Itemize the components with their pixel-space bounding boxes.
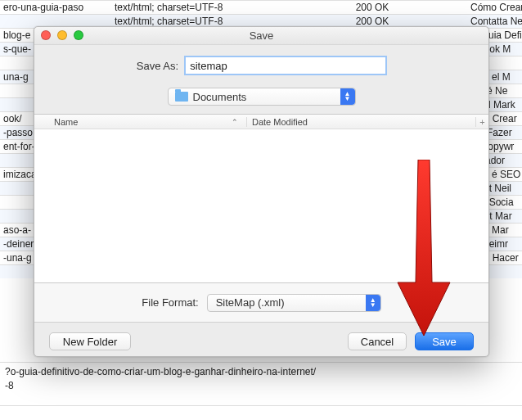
save-button[interactable]: Save [415, 332, 474, 350]
chevron-updown-icon: ▲▼ [366, 295, 380, 311]
file-format-label: File Format: [142, 296, 198, 309]
close-icon[interactable] [41, 30, 51, 40]
file-list-header: Name ⌃ Date Modified + [34, 115, 488, 129]
new-folder-button[interactable]: New Folder [49, 332, 131, 350]
save-as-label: Save As: [137, 60, 178, 72]
column-date-modified[interactable]: Date Modified [246, 117, 475, 127]
column-name[interactable]: Name ⌃ [51, 117, 246, 127]
format-row: File Format: SiteMap (.xml) ▲▼ [34, 283, 488, 323]
button-row: New Folder Cancel Save [34, 323, 488, 350]
folder-icon [175, 92, 188, 102]
dialog-title: Save [250, 29, 274, 42]
table-row: ero-una-guia-pasotext/html; charset=UTF-… [0, 0, 522, 14]
folder-row: Documents ▲▼ [34, 83, 488, 114]
column-add-icon[interactable]: + [475, 117, 488, 127]
sort-ascending-icon: ⌃ [232, 118, 238, 126]
background-detail: ?o-guia-definitivo-de-como-criar-um-blog… [0, 362, 522, 406]
titlebar: Save [34, 27, 488, 45]
window-controls [41, 30, 83, 40]
cancel-button[interactable]: Cancel [348, 332, 407, 350]
folder-select[interactable]: Documents ▲▼ [168, 88, 356, 106]
file-format-value: SiteMap (.xml) [216, 296, 285, 309]
folder-select-value: Documents [193, 91, 247, 103]
file-list[interactable]: Name ⌃ Date Modified + [34, 114, 488, 283]
bg-detail-line1: ?o-guia-definitivo-de-como-criar-um-blog… [5, 365, 517, 379]
minimize-icon[interactable] [57, 30, 67, 40]
zoom-icon[interactable] [74, 30, 83, 40]
chevron-updown-icon: ▲▼ [340, 88, 355, 105]
bg-detail-line2: -8 [5, 379, 517, 393]
file-format-select[interactable]: SiteMap (.xml) ▲▼ [207, 294, 381, 312]
save-as-input[interactable] [185, 56, 386, 75]
save-dialog: Save Save As: Documents ▲▼ Name ⌃ Date M… [34, 26, 489, 357]
save-as-row: Save As: [34, 45, 488, 83]
